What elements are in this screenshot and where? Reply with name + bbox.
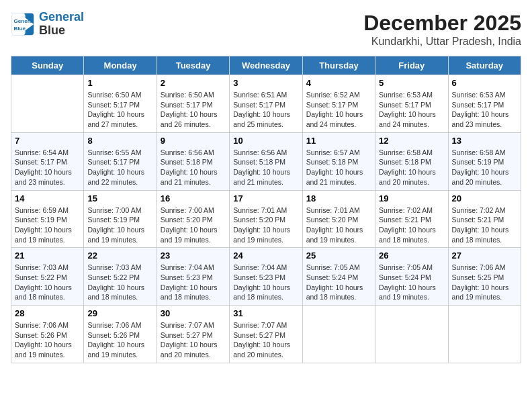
calendar-cell: 11Sunrise: 6:57 AM Sunset: 5:18 PM Dayli… <box>302 132 375 190</box>
page-header: General Blue General Blue December 2025 … <box>11 11 521 48</box>
calendar-cell: 3Sunrise: 6:51 AM Sunset: 5:17 PM Daylig… <box>230 75 302 133</box>
calendar-cell: 15Sunrise: 7:00 AM Sunset: 5:19 PM Dayli… <box>84 190 157 248</box>
day-number: 27 <box>452 250 517 261</box>
calendar-cell <box>11 75 84 133</box>
calendar-week-3: 14Sunrise: 6:59 AM Sunset: 5:19 PM Dayli… <box>11 190 521 248</box>
calendar-cell: 8Sunrise: 6:55 AM Sunset: 5:17 PM Daylig… <box>84 132 157 190</box>
logo-icon: General Blue <box>11 12 35 36</box>
day-info: Sunrise: 7:04 AM Sunset: 5:23 PM Dayligh… <box>233 263 298 302</box>
day-number: 20 <box>452 193 517 203</box>
day-info: Sunrise: 7:05 AM Sunset: 5:24 PM Dayligh… <box>306 263 371 302</box>
day-number: 30 <box>161 308 226 318</box>
day-info: Sunrise: 6:58 AM Sunset: 5:18 PM Dayligh… <box>379 148 444 187</box>
day-info: Sunrise: 6:57 AM Sunset: 5:18 PM Dayligh… <box>306 148 371 187</box>
calendar-cell: 18Sunrise: 7:01 AM Sunset: 5:20 PM Dayli… <box>302 190 375 248</box>
title-area: December 2025 Kundarkhi, Uttar Pradesh, … <box>363 11 521 48</box>
calendar-week-4: 21Sunrise: 7:03 AM Sunset: 5:22 PM Dayli… <box>11 248 521 306</box>
calendar-cell: 22Sunrise: 7:03 AM Sunset: 5:22 PM Dayli… <box>84 248 157 306</box>
day-info: Sunrise: 6:55 AM Sunset: 5:17 PM Dayligh… <box>87 148 152 187</box>
calendar-cell: 9Sunrise: 6:56 AM Sunset: 5:18 PM Daylig… <box>157 132 229 190</box>
day-info: Sunrise: 6:54 AM Sunset: 5:17 PM Dayligh… <box>15 148 80 187</box>
day-number: 21 <box>15 250 80 261</box>
day-number: 29 <box>87 308 152 318</box>
day-number: 11 <box>306 136 371 146</box>
day-number: 4 <box>306 78 371 88</box>
day-info: Sunrise: 6:59 AM Sunset: 5:19 PM Dayligh… <box>15 205 80 245</box>
calendar-cell: 5Sunrise: 6:53 AM Sunset: 5:17 PM Daylig… <box>375 75 448 133</box>
day-info: Sunrise: 7:05 AM Sunset: 5:24 PM Dayligh… <box>379 263 444 302</box>
calendar-cell: 13Sunrise: 6:58 AM Sunset: 5:19 PM Dayli… <box>448 132 521 190</box>
calendar-cell: 28Sunrise: 7:06 AM Sunset: 5:26 PM Dayli… <box>11 306 84 363</box>
calendar-cell: 14Sunrise: 6:59 AM Sunset: 5:19 PM Dayli… <box>11 190 84 248</box>
day-info: Sunrise: 7:06 AM Sunset: 5:26 PM Dayligh… <box>15 320 80 360</box>
calendar-cell: 27Sunrise: 7:06 AM Sunset: 5:25 PM Dayli… <box>448 248 521 306</box>
day-info: Sunrise: 7:07 AM Sunset: 5:27 PM Dayligh… <box>233 320 298 360</box>
calendar-cell: 16Sunrise: 7:00 AM Sunset: 5:20 PM Dayli… <box>157 190 229 248</box>
day-number: 10 <box>233 136 298 146</box>
day-info: Sunrise: 7:03 AM Sunset: 5:22 PM Dayligh… <box>87 263 152 302</box>
location-title: Kundarkhi, Uttar Pradesh, India <box>363 36 521 48</box>
day-number: 24 <box>233 250 298 261</box>
day-number: 19 <box>379 193 444 203</box>
day-number: 17 <box>233 193 298 203</box>
calendar-cell <box>448 306 521 363</box>
day-info: Sunrise: 6:50 AM Sunset: 5:17 PM Dayligh… <box>161 90 226 130</box>
calendar-cell: 30Sunrise: 7:07 AM Sunset: 5:27 PM Dayli… <box>157 306 229 363</box>
calendar-cell: 31Sunrise: 7:07 AM Sunset: 5:27 PM Dayli… <box>230 306 302 363</box>
calendar-cell <box>375 306 448 363</box>
day-number: 1 <box>87 78 152 88</box>
day-info: Sunrise: 7:01 AM Sunset: 5:20 PM Dayligh… <box>233 205 298 245</box>
day-number: 31 <box>233 308 298 318</box>
calendar-cell: 12Sunrise: 6:58 AM Sunset: 5:18 PM Dayli… <box>375 132 448 190</box>
calendar-cell: 29Sunrise: 7:06 AM Sunset: 5:26 PM Dayli… <box>84 306 157 363</box>
day-number: 12 <box>379 136 444 146</box>
logo-text: General Blue <box>39 11 84 38</box>
day-number: 14 <box>15 193 80 203</box>
calendar-cell: 26Sunrise: 7:05 AM Sunset: 5:24 PM Dayli… <box>375 248 448 306</box>
day-info: Sunrise: 7:00 AM Sunset: 5:19 PM Dayligh… <box>87 205 152 245</box>
day-number: 3 <box>233 78 298 88</box>
day-number: 5 <box>379 78 444 88</box>
calendar-cell: 23Sunrise: 7:04 AM Sunset: 5:23 PM Dayli… <box>157 248 229 306</box>
day-info: Sunrise: 7:06 AM Sunset: 5:26 PM Dayligh… <box>87 320 152 360</box>
day-number: 26 <box>379 250 444 261</box>
day-info: Sunrise: 6:50 AM Sunset: 5:17 PM Dayligh… <box>87 90 152 130</box>
calendar-cell: 20Sunrise: 7:02 AM Sunset: 5:21 PM Dayli… <box>448 190 521 248</box>
day-info: Sunrise: 7:03 AM Sunset: 5:22 PM Dayligh… <box>15 263 80 302</box>
day-info: Sunrise: 6:53 AM Sunset: 5:17 PM Dayligh… <box>452 90 517 130</box>
day-number: 7 <box>15 136 80 146</box>
col-saturday: Saturday <box>448 56 521 75</box>
day-number: 6 <box>452 78 517 88</box>
calendar-cell: 4Sunrise: 6:52 AM Sunset: 5:17 PM Daylig… <box>302 75 375 133</box>
calendar-week-2: 7Sunrise: 6:54 AM Sunset: 5:17 PM Daylig… <box>11 132 521 190</box>
day-info: Sunrise: 7:00 AM Sunset: 5:20 PM Dayligh… <box>161 205 226 245</box>
day-info: Sunrise: 6:53 AM Sunset: 5:17 PM Dayligh… <box>379 90 444 130</box>
svg-text:General: General <box>14 18 34 24</box>
col-friday: Friday <box>375 56 448 75</box>
calendar-cell: 21Sunrise: 7:03 AM Sunset: 5:22 PM Dayli… <box>11 248 84 306</box>
day-info: Sunrise: 7:02 AM Sunset: 5:21 PM Dayligh… <box>379 205 444 245</box>
month-title: December 2025 <box>363 11 521 36</box>
day-info: Sunrise: 7:06 AM Sunset: 5:25 PM Dayligh… <box>452 263 517 302</box>
calendar-cell: 7Sunrise: 6:54 AM Sunset: 5:17 PM Daylig… <box>11 132 84 190</box>
col-sunday: Sunday <box>11 56 84 75</box>
day-number: 9 <box>161 136 226 146</box>
day-number: 13 <box>452 136 517 146</box>
day-number: 25 <box>306 250 371 261</box>
col-tuesday: Tuesday <box>157 56 229 75</box>
calendar-table: Sunday Monday Tuesday Wednesday Thursday… <box>11 56 521 363</box>
calendar-header-row: Sunday Monday Tuesday Wednesday Thursday… <box>11 56 521 75</box>
calendar-cell: 6Sunrise: 6:53 AM Sunset: 5:17 PM Daylig… <box>448 75 521 133</box>
calendar-week-5: 28Sunrise: 7:06 AM Sunset: 5:26 PM Dayli… <box>11 306 521 363</box>
calendar-cell: 24Sunrise: 7:04 AM Sunset: 5:23 PM Dayli… <box>230 248 302 306</box>
calendar-cell: 25Sunrise: 7:05 AM Sunset: 5:24 PM Dayli… <box>302 248 375 306</box>
day-info: Sunrise: 6:56 AM Sunset: 5:18 PM Dayligh… <box>161 148 226 187</box>
col-monday: Monday <box>84 56 157 75</box>
calendar-cell: 19Sunrise: 7:02 AM Sunset: 5:21 PM Dayli… <box>375 190 448 248</box>
day-number: 16 <box>161 193 226 203</box>
day-number: 18 <box>306 193 371 203</box>
day-info: Sunrise: 7:01 AM Sunset: 5:20 PM Dayligh… <box>306 205 371 245</box>
day-number: 2 <box>161 78 226 88</box>
calendar-week-1: 1Sunrise: 6:50 AM Sunset: 5:17 PM Daylig… <box>11 75 521 133</box>
calendar-cell: 17Sunrise: 7:01 AM Sunset: 5:20 PM Dayli… <box>230 190 302 248</box>
